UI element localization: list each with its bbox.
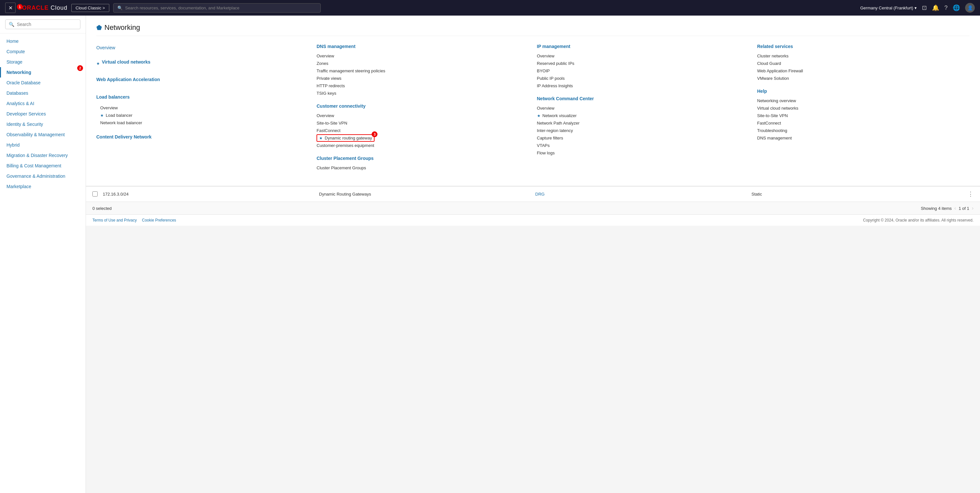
menu-section-overview: Overview	[96, 44, 309, 52]
sidebar-item-identity-security[interactable]: Identity & Security	[0, 119, 86, 129]
pagination-next-button[interactable]: ›	[972, 205, 974, 211]
sidebar: 🔍 Home Compute Storage Networking 2 Orac…	[0, 16, 86, 493]
star-icon: ★	[319, 136, 323, 140]
menu-link-ncc-interregion[interactable]: Inter-region latency	[537, 127, 749, 134]
menu-link-cc-fastconnect[interactable]: FastConnect	[317, 127, 529, 134]
footer-cookies-link[interactable]: Cookie Preferences	[142, 218, 176, 223]
menu-link-ip-pools[interactable]: Public IP pools	[537, 75, 749, 82]
sidebar-item-databases[interactable]: Databases	[0, 88, 86, 98]
sidebar-item-billing-cost-management[interactable]: Billing & Cost Management	[0, 161, 86, 171]
menu-link-waa[interactable]: Web Application Acceleration	[96, 76, 309, 87]
sidebar-search-input[interactable]	[17, 22, 77, 27]
menu-link-ip-overview[interactable]: Overview	[537, 52, 749, 60]
menu-link-help-networking-overview[interactable]: Networking overview	[757, 97, 970, 105]
sidebar-item-migration-disaster-recovery[interactable]: Migration & Disaster Recovery	[0, 150, 86, 161]
bell-icon[interactable]: 🔔	[932, 4, 939, 11]
menu-link-ip-insights[interactable]: IP Address Insights	[537, 82, 749, 89]
menu-link-ip-reserved[interactable]: Reserved public IPs	[537, 60, 749, 67]
menu-link-dns-overview[interactable]: Overview	[317, 52, 529, 60]
menu-link-cc-vpn[interactable]: Site-to-Site VPN	[317, 119, 529, 127]
sidebar-item-home[interactable]: Home	[0, 36, 86, 46]
sidebar-item-hybrid[interactable]: Hybrid	[0, 140, 86, 150]
sidebar-item-developer-services[interactable]: Developer Services	[0, 109, 86, 119]
sidebar-item-label: Identity & Security	[6, 122, 43, 127]
mega-menu-header: ⬟ Networking	[96, 23, 970, 36]
menu-link-drg[interactable]: ★ Dynamic routing gateway	[317, 134, 375, 142]
menu-link-dns-private[interactable]: Private views	[317, 75, 529, 82]
menu-link-ncc-capture-filters[interactable]: Capture filters	[537, 134, 749, 142]
globe-icon[interactable]: 🌐	[953, 4, 960, 11]
menu-link-dns-zones[interactable]: Zones	[317, 60, 529, 67]
menu-link-lb-starred[interactable]: ★ Load balancer	[96, 111, 309, 119]
menu-link-cluster-networks[interactable]: Cluster networks	[757, 52, 970, 60]
region-selector[interactable]: Germany Central (Frankfurt) ▾	[860, 5, 917, 10]
table-cell-target-link[interactable]: DRG	[535, 192, 746, 197]
sidebar-item-label: Oracle Database	[6, 80, 41, 85]
menu-link-help-fastconnect[interactable]: FastConnect	[757, 119, 970, 127]
menu-link-dns-http[interactable]: HTTP redirects	[317, 82, 529, 89]
menu-link-waf[interactable]: Web Application Firewall	[757, 67, 970, 75]
badge-2: 2	[77, 65, 83, 71]
menu-link-lb-overview[interactable]: Overview	[96, 104, 309, 111]
cloud-classic-button[interactable]: Cloud Classic >	[72, 4, 109, 12]
lb-starred-label: Load balancer	[106, 113, 132, 118]
table-area: 172.16.3.0/24 Dynamic Routing Gateways D…	[86, 186, 980, 215]
menu-link-help-dns[interactable]: DNS management	[757, 134, 970, 142]
menu-link-dns-traffic[interactable]: Traffic management steering policies	[317, 67, 529, 75]
table-cell-route-type: Static	[751, 192, 963, 197]
menu-link-cc-cpe[interactable]: Customer-premises equipment	[317, 142, 529, 149]
sidebar-item-label: Billing & Cost Management	[6, 163, 61, 169]
menu-link-lb-title[interactable]: Load balancers	[96, 93, 309, 104]
sidebar-item-oracle-database[interactable]: Oracle Database	[0, 78, 86, 88]
menu-link-ip-byoip[interactable]: BYOIP	[537, 67, 749, 75]
table-row-checkbox[interactable]	[92, 191, 98, 197]
sidebar-item-governance-administration[interactable]: Governance & Administration	[0, 171, 86, 181]
sidebar-item-label: Governance & Administration	[6, 173, 65, 179]
menu-link-cloud-guard[interactable]: Cloud Guard	[757, 60, 970, 67]
mega-menu-title: Networking	[104, 23, 140, 32]
menu-link-ncc-path-analyzer[interactable]: Network Path Analyzer	[537, 119, 749, 127]
sidebar-item-networking[interactable]: Networking 2	[0, 67, 86, 78]
menu-link-dns-tsig[interactable]: TSIG keys	[317, 89, 529, 97]
close-button[interactable]: ✕	[5, 3, 16, 13]
table-row-actions-button[interactable]: ⋮	[968, 190, 974, 197]
menu-link-ncc-vtaps[interactable]: VTAPs	[537, 142, 749, 149]
menu-link-cluster-placement-groups[interactable]: Cluster Placement Groups	[317, 164, 529, 172]
question-icon[interactable]: ?	[944, 5, 948, 11]
menu-link-nlb[interactable]: Network load balancer	[96, 119, 309, 127]
sidebar-search-box[interactable]: 🔍	[5, 19, 80, 29]
global-search-input[interactable]	[125, 5, 317, 10]
sidebar-item-label: Migration & Disaster Recovery	[6, 153, 68, 158]
menu-link-ncc-overview[interactable]: Overview	[537, 105, 749, 112]
menu-link-cdn[interactable]: Content Delivery Network	[96, 133, 309, 144]
menu-link-help-troubleshooting[interactable]: Troubleshooting	[757, 127, 970, 134]
sidebar-item-compute[interactable]: Compute	[0, 46, 86, 57]
menu-section-related-services: Related services Cluster networks Cloud …	[757, 44, 970, 82]
help-title: Help	[757, 89, 970, 94]
menu-link-vcn[interactable]: ★ Virtual cloud networks	[96, 58, 309, 69]
global-search-bar[interactable]: 🔍	[113, 3, 321, 13]
menu-link-help-vpn[interactable]: Site-to-Site VPN	[757, 112, 970, 119]
menu-link-cc-overview[interactable]: Overview	[317, 112, 529, 119]
lb-title: Load balancers	[96, 94, 130, 100]
monitor-icon[interactable]: ⊡	[922, 4, 927, 11]
page-footer: Terms of Use and Privacy Cookie Preferen…	[86, 215, 980, 226]
footer-terms-link[interactable]: Terms of Use and Privacy	[92, 218, 137, 223]
oracle-brand: ORACLE	[22, 5, 49, 11]
sidebar-item-analytics-ai[interactable]: Analytics & AI	[0, 98, 86, 109]
menu-link-ncc-visualizer[interactable]: ★ Network visualizer	[537, 112, 749, 119]
badge-1: 1	[17, 4, 23, 10]
table-cell-cidr: 172.16.3.0/24	[103, 192, 314, 197]
sidebar-item-marketplace[interactable]: Marketplace	[0, 181, 86, 192]
pagination-prev-button[interactable]: ‹	[955, 205, 956, 211]
user-avatar[interactable]: 👤	[965, 3, 975, 13]
drg-label: Dynamic routing gateway	[325, 135, 372, 140]
table-row: 172.16.3.0/24 Dynamic Routing Gateways D…	[86, 186, 980, 202]
menu-link-vmware[interactable]: VMware Solution	[757, 75, 970, 82]
menu-link-help-vcn[interactable]: Virtual cloud networks	[757, 105, 970, 112]
sidebar-item-storage[interactable]: Storage	[0, 57, 86, 67]
menu-link-ncc-flow-logs[interactable]: Flow logs	[537, 149, 749, 157]
overview-link[interactable]: Overview	[96, 44, 309, 52]
sidebar-item-observability-management[interactable]: Observability & Management	[0, 129, 86, 140]
footer-copyright: Copyright © 2024, Oracle and/or its affi…	[863, 218, 974, 223]
